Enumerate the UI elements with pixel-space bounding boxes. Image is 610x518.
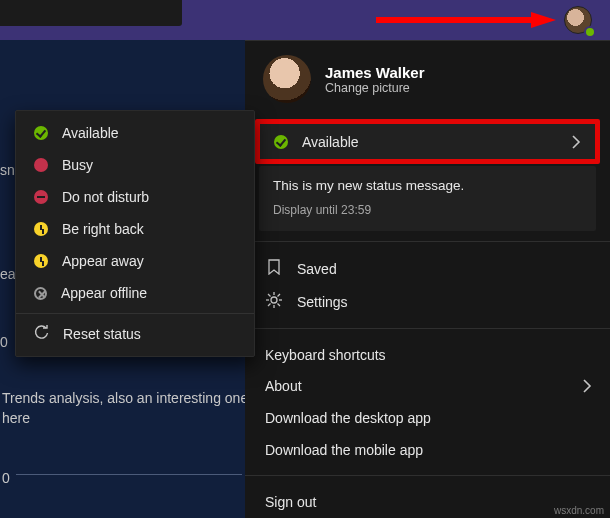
separator (16, 313, 254, 314)
pointer-arrow (376, 12, 556, 28)
profile-name: James Walker (325, 64, 425, 81)
title-bar (0, 0, 610, 40)
menu-settings[interactable]: Settings (245, 285, 610, 318)
available-icon (34, 126, 48, 140)
brb-icon (34, 222, 48, 236)
menu-label: Saved (297, 261, 337, 277)
status-option-label: Busy (62, 157, 93, 173)
status-option-label: Available (62, 125, 119, 141)
menu-saved[interactable]: Saved (245, 252, 610, 285)
separator (245, 328, 610, 329)
menu-about[interactable]: About (245, 371, 610, 403)
gear-icon (265, 292, 283, 311)
away-icon (34, 254, 48, 268)
svg-line-8 (278, 304, 281, 307)
status-option-away[interactable]: Appear away (16, 245, 254, 277)
status-option-busy[interactable]: Busy (16, 149, 254, 181)
bg-text: 0 (2, 468, 10, 489)
svg-marker-1 (531, 12, 556, 28)
chart-axis-line (16, 474, 242, 475)
menu-label: Sign out (265, 494, 316, 510)
watermark: wsxdn.com (554, 505, 604, 516)
profile-flyout: James Walker Change picture Available Th… (245, 40, 610, 518)
menu-download-desktop[interactable]: Download the desktop app (245, 402, 610, 434)
offline-icon (34, 287, 47, 300)
menu-label: Keyboard shortcuts (265, 347, 386, 363)
status-option-brb[interactable]: Be right back (16, 213, 254, 245)
separator (245, 241, 610, 242)
menu-label: Download the mobile app (265, 442, 423, 458)
svg-point-2 (271, 297, 277, 303)
profile-header: James Walker Change picture (245, 41, 610, 107)
status-option-label: Appear away (62, 253, 144, 269)
search-area[interactable] (0, 0, 182, 26)
avatar-image-large[interactable] (263, 55, 311, 103)
profile-avatar[interactable] (564, 6, 594, 36)
status-message-until: Display until 23:59 (273, 203, 582, 217)
status-option-reset[interactable]: Reset status (16, 318, 254, 350)
reset-icon (34, 325, 49, 343)
status-message-box[interactable]: This is my new status message. Display u… (259, 166, 596, 231)
status-option-available[interactable]: Available (16, 117, 254, 149)
menu-label: Download the desktop app (265, 410, 431, 426)
svg-line-7 (268, 294, 271, 297)
status-label: Available (302, 134, 359, 150)
bookmark-icon (265, 259, 283, 278)
svg-line-10 (268, 304, 271, 307)
change-picture-link[interactable]: Change picture (325, 81, 425, 95)
svg-line-9 (278, 294, 281, 297)
status-message-text: This is my new status message. (273, 178, 582, 193)
presence-dot (584, 26, 596, 38)
menu-download-mobile[interactable]: Download the mobile app (245, 434, 610, 466)
status-option-label: Do not disturb (62, 189, 149, 205)
status-option-label: Reset status (63, 326, 141, 342)
menu-label: Settings (297, 294, 348, 310)
chevron-right-icon (582, 379, 592, 393)
status-option-dnd[interactable]: Do not disturb (16, 181, 254, 213)
status-option-label: Be right back (62, 221, 144, 237)
chevron-right-icon (571, 135, 581, 149)
busy-icon (34, 158, 48, 172)
status-option-offline[interactable]: Appear offline (16, 277, 254, 309)
bg-text: ea (0, 264, 16, 285)
available-icon (274, 135, 288, 149)
status-selector[interactable]: Available (255, 119, 600, 164)
menu-keyboard-shortcuts[interactable]: Keyboard shortcuts (245, 339, 610, 371)
separator (245, 475, 610, 476)
bg-text: Trends analysis, also an interesting one (2, 388, 248, 409)
dnd-icon (34, 190, 48, 204)
bg-text: 0 (0, 332, 8, 353)
bg-text: here (2, 408, 30, 429)
status-submenu: Available Busy Do not disturb Be right b… (15, 110, 255, 357)
menu-label: About (265, 378, 302, 394)
bg-text: sn (0, 160, 15, 181)
status-option-label: Appear offline (61, 285, 147, 301)
